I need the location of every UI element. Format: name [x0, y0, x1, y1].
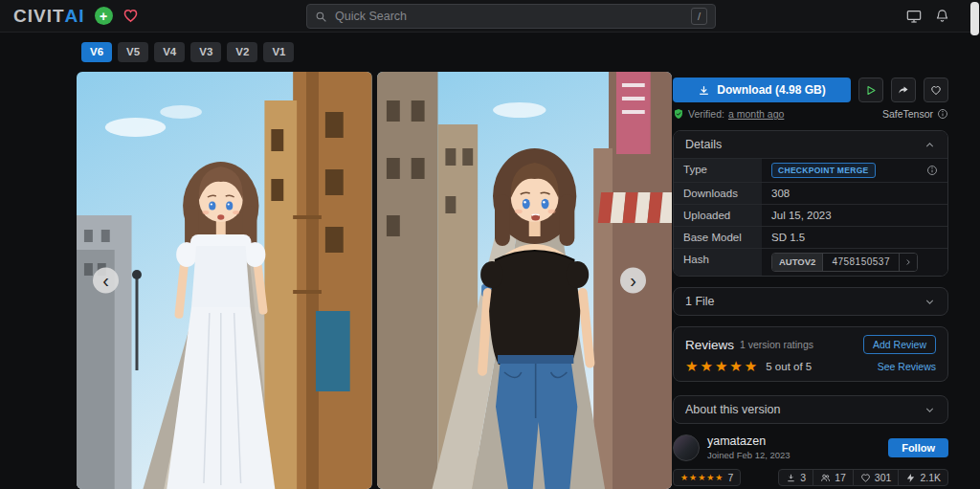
version-tabs: V6 V5 V4 V3 V2 V1	[81, 42, 294, 62]
reviews-subtitle: 1 version ratings	[740, 339, 813, 350]
detail-row-type: Type CHECKPOINT MERGE	[674, 158, 947, 182]
reviews-panel: Reviews 1 version ratings Add Review ★★★…	[673, 326, 948, 382]
logo-text-ai: AI	[65, 6, 85, 27]
hash-value[interactable]: 4758150537	[823, 254, 900, 271]
download-icon	[698, 84, 710, 97]
version-tab-v2[interactable]: V2	[227, 42, 257, 62]
users-icon	[820, 473, 831, 483]
image-carousel: ‹ ›	[77, 72, 672, 489]
heart-icon	[930, 84, 942, 97]
chevron-right-icon: ›	[630, 270, 636, 289]
supporter-heart-icon[interactable]	[122, 8, 139, 24]
base-model-label: Base Model	[674, 227, 762, 248]
download-count-icon	[786, 473, 796, 483]
civitai-logo[interactable]: CIVIT AI	[13, 6, 85, 27]
like-button[interactable]	[924, 78, 948, 102]
play-icon	[865, 84, 877, 97]
detail-row-hash: Hash AUTOV2 4758150537	[674, 248, 947, 276]
search-shortcut-hint: /	[691, 8, 707, 25]
hash-type-badge: AUTOV2	[772, 254, 823, 271]
uploaded-value: Jul 15, 2023	[762, 205, 947, 226]
chevron-up-icon	[924, 139, 936, 151]
creator-joined: Joined Feb 12, 2023	[707, 450, 791, 461]
uploaded-label: Uploaded	[674, 205, 762, 226]
downloads-label: Downloads	[674, 183, 762, 204]
star-icon: ★	[729, 358, 744, 374]
carousel-prev-button[interactable]: ‹	[93, 268, 119, 294]
about-version-panel[interactable]: About this version	[673, 395, 948, 424]
creator-section: yamatazen Joined Feb 12, 2023 Follow ★★★…	[673, 434, 948, 486]
carousel-next-button[interactable]: ›	[620, 268, 646, 294]
civitai-model-page: CIVIT AI + /	[0, 0, 980, 489]
verified-time-link[interactable]: a month ago	[728, 108, 784, 120]
creator-uploads-value: 3	[800, 472, 806, 483]
scrollbar[interactable]	[970, 2, 979, 35]
downloads-value: 308	[762, 183, 947, 204]
add-review-button[interactable]: Add Review	[863, 335, 936, 354]
star-icon: ★	[700, 358, 714, 374]
star-icon: ★	[715, 358, 729, 374]
screen-share-icon[interactable]	[906, 9, 922, 24]
creator-name[interactable]: yamatazen	[707, 434, 791, 450]
version-tab-v6[interactable]: V6	[81, 42, 112, 62]
creator-followers-value: 17	[835, 472, 846, 483]
version-tab-v4[interactable]: V4	[154, 42, 185, 62]
bolt-icon	[905, 473, 916, 483]
hash-expand-button[interactable]	[900, 254, 917, 271]
plus-icon: +	[100, 10, 107, 23]
follow-button[interactable]: Follow	[888, 438, 948, 457]
version-tab-v3[interactable]: V3	[190, 42, 221, 62]
run-model-button[interactable]	[858, 78, 883, 102]
version-tab-v5[interactable]: V5	[118, 42, 148, 62]
creator-rating-count: 7	[727, 472, 733, 483]
create-button[interactable]: +	[95, 7, 113, 25]
creator-likes-value: 301	[875, 472, 892, 483]
star-icon: ★	[685, 358, 700, 374]
details-title: Details	[685, 138, 722, 151]
creator-avatar[interactable]	[673, 434, 700, 461]
creator-rating-stars: ★★★★★	[680, 474, 724, 482]
details-card: Details Type CHECKPOINT MERGE Downlo	[673, 130, 948, 277]
bell-icon[interactable]	[935, 9, 949, 23]
creator-energy-stat[interactable]: 2.1K	[898, 470, 947, 485]
navbar-right-icons	[906, 9, 967, 24]
creator-uploads-stat[interactable]: 3	[779, 470, 813, 485]
chevron-down-icon	[924, 404, 936, 416]
type-badge[interactable]: CHECKPOINT MERGE	[771, 163, 876, 178]
download-button[interactable]: Download (4.98 GB)	[673, 78, 851, 102]
reviews-rating-row: ★★★★★ 5 out of 5 See Reviews	[685, 359, 936, 373]
files-panel[interactable]: 1 File	[673, 287, 948, 316]
base-model-value: SD 1.5	[762, 227, 947, 248]
hash-group: AUTOV2 4758150537	[771, 253, 918, 272]
creator-info: yamatazen Joined Feb 12, 2023	[707, 434, 791, 461]
file-format: SafeTensor	[882, 108, 948, 120]
version-tab-v1[interactable]: V1	[263, 42, 294, 62]
share-button[interactable]	[891, 78, 916, 102]
top-navbar: CIVIT AI + /	[0, 0, 980, 33]
download-button-label: Download (4.98 GB)	[717, 83, 825, 97]
creator-followers-stat[interactable]: 17	[813, 470, 853, 485]
star-icon: ★	[706, 473, 715, 482]
creator-stat-group: 3 17 301	[778, 469, 948, 486]
search-input[interactable]	[333, 9, 685, 24]
creator-rating-badge[interactable]: ★★★★★ 7	[673, 469, 741, 486]
see-reviews-link[interactable]: See Reviews	[878, 361, 936, 372]
reviews-title: Reviews	[685, 338, 734, 352]
type-value-cell: CHECKPOINT MERGE	[762, 159, 947, 182]
creator-likes-stat[interactable]: 301	[853, 470, 899, 485]
details-header[interactable]: Details	[674, 131, 947, 158]
file-format-label: SafeTensor	[882, 108, 933, 120]
files-title: 1 File	[685, 295, 715, 308]
search-bar[interactable]: /	[306, 4, 716, 29]
hash-value-cell: AUTOV2 4758150537	[762, 249, 947, 276]
info-icon[interactable]	[937, 108, 948, 120]
star-icon: ★	[715, 473, 724, 482]
rating-stars[interactable]: ★★★★★	[685, 359, 759, 373]
carousel-image-1[interactable]	[77, 72, 372, 489]
type-info-icon[interactable]	[926, 165, 938, 176]
share-icon	[898, 83, 909, 97]
verified-shield-icon	[673, 108, 684, 120]
detail-row-uploaded: Uploaded Jul 15, 2023	[674, 204, 947, 226]
star-icon: ★	[698, 473, 706, 482]
model-sidebar: Download (4.98 GB)	[673, 78, 948, 486]
